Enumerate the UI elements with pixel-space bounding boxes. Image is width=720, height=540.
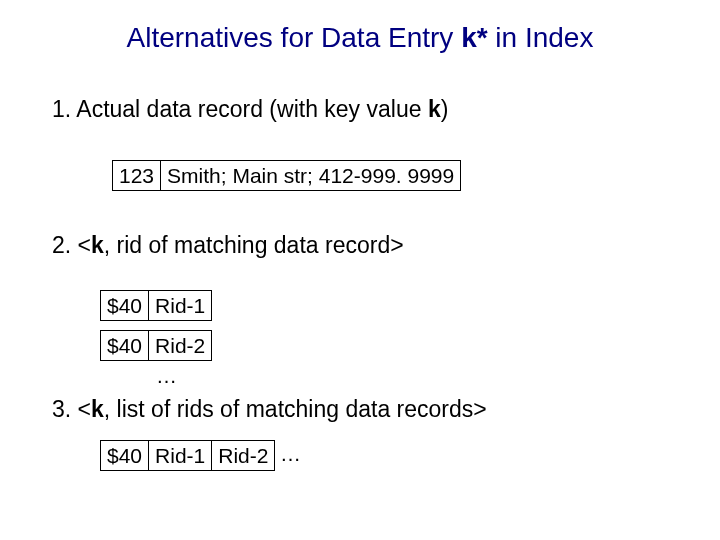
item-2-lt: < [71, 232, 91, 258]
slide-title: Alternatives for Data Entry k* in Index [0, 22, 720, 54]
item-2-rest: , rid of matching data record> [104, 232, 404, 258]
pair-2-key-cell: $40 [100, 330, 148, 361]
item-2-k: k [91, 232, 104, 258]
pair-row-1: $40 Rid-1 [100, 290, 212, 321]
item-1-k: k [428, 96, 441, 122]
pairs-ellipsis: … [156, 364, 177, 388]
item-1-text-b: ) [441, 96, 449, 122]
item-3-rest: , list of rids of matching data records> [104, 396, 487, 422]
item-3: 3. <k, list of rids of matching data rec… [52, 396, 487, 423]
pair-1-key-cell: $40 [100, 290, 148, 321]
item-1-number: 1. [52, 96, 71, 122]
item-1-text-a: Actual data record (with key value [71, 96, 428, 122]
record-1-key-cell: 123 [112, 160, 160, 191]
list-key-cell: $40 [100, 440, 148, 471]
pair-2-rid-cell: Rid-2 [148, 330, 212, 361]
item-2: 2. <k, rid of matching data record> [52, 232, 404, 259]
title-prefix: Alternatives for Data Entry [127, 22, 462, 53]
item-3-lt: < [71, 396, 91, 422]
list-row: $40 Rid-1 Rid-2 [100, 440, 275, 471]
record-1-value-cell: Smith; Main str; 412-999. 9999 [160, 160, 461, 191]
list-ellipsis: … [280, 442, 301, 466]
pair-1-rid-cell: Rid-1 [148, 290, 212, 321]
item-2-number: 2. [52, 232, 71, 258]
list-rid1-cell: Rid-1 [148, 440, 211, 471]
item-3-k: k [91, 396, 104, 422]
title-kstar: k* [461, 22, 487, 53]
record-row-1: 123 Smith; Main str; 412-999. 9999 [112, 160, 461, 191]
title-suffix: in Index [488, 22, 594, 53]
list-rid2-cell: Rid-2 [211, 440, 275, 471]
pair-row-2: $40 Rid-2 [100, 330, 212, 361]
item-3-number: 3. [52, 396, 71, 422]
slide: Alternatives for Data Entry k* in Index … [0, 0, 720, 540]
item-1: 1. Actual data record (with key value k) [52, 96, 448, 123]
